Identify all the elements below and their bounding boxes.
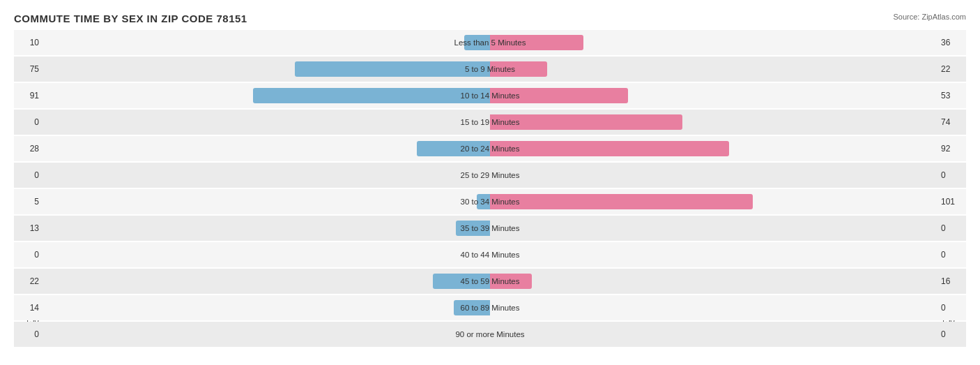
row-label: 90 or more Minutes <box>455 330 524 338</box>
chart-row: 2820 to 24 Minutes92 <box>14 136 966 161</box>
bars-wrapper: 60 to 89 Minutes <box>43 295 937 320</box>
bars-wrapper: 15 to 19 Minutes <box>43 110 937 135</box>
chart-container: COMMUTE TIME BY SEX IN ZIP CODE 78151 So… <box>0 0 980 365</box>
chart-row: 755 to 9 Minutes22 <box>14 57 966 82</box>
male-value: 0 <box>14 170 43 180</box>
female-value: 0 <box>937 223 966 233</box>
male-value: 5 <box>14 197 43 207</box>
bars-wrapper: 30 to 34 Minutes <box>43 189 937 214</box>
female-value: 0 <box>937 250 966 260</box>
chart-row: 025 to 29 Minutes0 <box>14 163 966 188</box>
female-value: 22 <box>937 64 966 74</box>
female-value: 0 <box>937 303 966 313</box>
chart-row: 9110 to 14 Minutes53 <box>14 83 966 108</box>
female-bar <box>490 194 753 209</box>
chart-row: 1335 to 39 Minutes0 <box>14 216 966 241</box>
chart-row: 090 or more Minutes0 <box>14 322 966 347</box>
male-value: 13 <box>14 223 43 233</box>
bars-wrapper: 40 to 44 Minutes <box>43 242 937 267</box>
male-value: 91 <box>14 91 43 100</box>
chart-row: 040 to 44 Minutes0 <box>14 242 966 267</box>
row-label: 25 to 29 Minutes <box>460 171 519 179</box>
male-value: 0 <box>14 250 43 260</box>
row-label: 15 to 19 Minutes <box>460 118 519 126</box>
chart-row: 2245 to 59 Minutes16 <box>14 269 966 294</box>
female-value: 53 <box>937 91 966 100</box>
female-value: 16 <box>937 276 966 286</box>
row-label: 10 to 14 Minutes <box>460 91 519 100</box>
male-bar <box>295 61 490 77</box>
female-value: 0 <box>937 329 966 339</box>
source-label: Source: ZipAtlas.com <box>893 13 966 21</box>
bars-wrapper: 35 to 39 Minutes <box>43 216 937 241</box>
bars-wrapper: Less than 5 Minutes <box>43 30 937 55</box>
bars-wrapper: 10 to 14 Minutes <box>43 83 937 108</box>
chart-row: 015 to 19 Minutes74 <box>14 110 966 135</box>
male-value: 75 <box>14 64 43 74</box>
female-bar-container <box>490 141 729 156</box>
male-value: 28 <box>14 144 43 154</box>
chart-row: 1460 to 89 Minutes0 <box>14 295 966 320</box>
bars-wrapper: 20 to 24 Minutes <box>43 136 937 161</box>
female-value: 74 <box>937 117 966 127</box>
row-label: 45 to 59 Minutes <box>460 277 519 285</box>
male-value: 22 <box>14 276 43 286</box>
male-bar-container <box>253 88 490 103</box>
female-value: 92 <box>937 144 966 154</box>
male-value: 0 <box>14 329 43 339</box>
row-label: 30 to 34 Minutes <box>460 198 519 206</box>
bars-wrapper: 5 to 9 Minutes <box>43 57 937 82</box>
male-bar <box>253 88 490 103</box>
row-label: 5 to 9 Minutes <box>465 65 515 73</box>
female-bar-container <box>490 194 753 209</box>
bars-wrapper: 90 or more Minutes <box>43 322 937 347</box>
chart-row: 530 to 34 Minutes101 <box>14 189 966 214</box>
row-label: 20 to 24 Minutes <box>460 144 519 153</box>
female-value: 101 <box>937 197 966 207</box>
row-label: 60 to 89 Minutes <box>460 304 519 312</box>
bars-wrapper: 45 to 59 Minutes <box>43 269 937 294</box>
male-value: 10 <box>14 38 43 47</box>
chart-title: COMMUTE TIME BY SEX IN ZIP CODE 78151 <box>14 13 966 24</box>
chart-area: 10Less than 5 Minutes36755 to 9 Minutes2… <box>14 30 966 313</box>
female-bar <box>490 141 729 156</box>
female-value: 0 <box>937 170 966 180</box>
row-label: Less than 5 Minutes <box>454 38 526 47</box>
row-label: 35 to 39 Minutes <box>460 224 519 232</box>
female-value: 36 <box>937 38 966 47</box>
chart-row: 10Less than 5 Minutes36 <box>14 30 966 55</box>
row-label: 40 to 44 Minutes <box>460 251 519 259</box>
male-value: 14 <box>14 303 43 313</box>
male-value: 0 <box>14 117 43 127</box>
bars-wrapper: 25 to 29 Minutes <box>43 163 937 188</box>
male-bar-container <box>295 61 490 77</box>
